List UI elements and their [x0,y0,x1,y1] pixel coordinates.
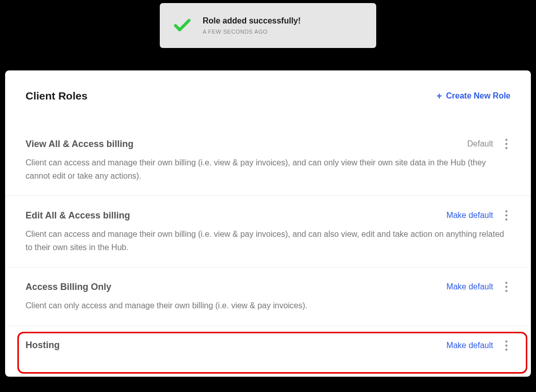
check-icon [172,15,192,36]
more-icon[interactable] [502,339,510,352]
toast-time: A FEW SECONDS AGO [203,29,301,35]
more-icon[interactable] [502,281,510,293]
role-actions: Make default [446,209,510,222]
role-description: Client can only access and manage their … [26,299,505,312]
create-new-role-label: Create New Role [446,91,510,101]
role-header: Access Billing Only Make default [26,281,510,293]
default-label: Default [467,139,493,149]
client-roles-panel: Client Roles + Create New Role View All … [5,70,531,377]
role-description: Client can access and manage their own b… [26,156,505,182]
role-header: Hosting Make default [26,339,510,352]
more-icon[interactable] [502,209,510,222]
role-name: View All & Access billing [26,139,133,150]
toast-notification: Role added successfully! A FEW SECONDS A… [160,3,376,48]
role-item: Hosting Make default [5,326,531,365]
role-item: View All & Access billing Default Client… [5,117,531,196]
more-icon[interactable] [502,138,510,150]
toast-title: Role added successfully! [203,16,301,26]
role-header: Edit All & Access billing Make default [26,209,510,222]
role-item: Access Billing Only Make default Client … [5,267,531,326]
role-name: Edit All & Access billing [26,210,130,221]
role-name: Access Billing Only [26,282,111,292]
role-actions: Make default [446,339,510,352]
make-default-button[interactable]: Make default [446,341,493,350]
role-description: Client can access and manage their own b… [26,228,505,254]
role-item: Edit All & Access billing Make default C… [5,196,531,267]
make-default-button[interactable]: Make default [446,282,493,291]
toast-content: Role added successfully! A FEW SECONDS A… [203,16,301,35]
role-header: View All & Access billing Default [26,138,510,150]
roles-list: View All & Access billing Default Client… [5,117,531,365]
create-new-role-button[interactable]: + Create New Role [436,91,510,101]
panel-header: Client Roles + Create New Role [5,70,531,117]
make-default-button[interactable]: Make default [446,211,493,220]
role-actions: Default [467,138,510,150]
plus-icon: + [436,91,442,101]
role-actions: Make default [446,281,510,293]
role-name: Hosting [26,340,60,351]
page-title: Client Roles [26,90,87,102]
